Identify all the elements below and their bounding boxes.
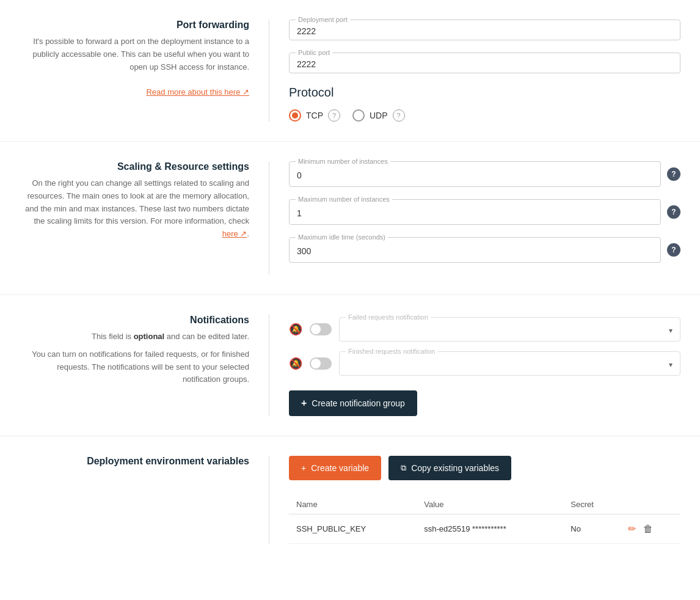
create-var-label: Create variable — [311, 463, 369, 473]
env-vars-right: + Create variable ⧉ Copy existing variab… — [269, 456, 700, 544]
protocol-section: Protocol TCP ? UDP ? — [289, 86, 680, 122]
col-secret: Secret — [563, 495, 620, 514]
env-row-value: ssh-ed25519 *********** — [417, 514, 563, 544]
port-forwarding-left: Port forwarding It's possible to forward… — [0, 20, 269, 122]
copy-vars-label: Copy existing variables — [411, 463, 499, 473]
public-port-input[interactable] — [297, 57, 673, 69]
env-row-secret: No — [563, 514, 620, 544]
min-instances-field: Minimum number of instances — [289, 161, 661, 187]
max-idle-time-input[interactable] — [290, 238, 636, 262]
col-actions — [621, 495, 680, 514]
copy-icon: ⧉ — [401, 463, 406, 473]
port-forwarding-right: Deployment port Public port Protocol — [269, 20, 700, 122]
max-idle-time-group: Maximum idle time (seconds) ? — [289, 237, 680, 263]
delete-icon[interactable]: 🗑 — [643, 524, 653, 535]
env-vars-title: Deployment environment variables — [20, 456, 249, 467]
col-name: Name — [289, 495, 417, 514]
port-forwarding-section: Port forwarding It's possible to forward… — [0, 0, 700, 142]
failed-dropdown-chevron: ▾ — [669, 326, 673, 335]
failed-dropdown-label: Failed requests notification — [346, 313, 431, 321]
finished-dropdown-label: Finished requests notification — [346, 348, 437, 355]
finished-notification-dropdown[interactable]: Finished requests notification ▾ — [339, 351, 680, 376]
failed-notification-row: 🔕 Failed requests notification ▾ — [289, 317, 680, 342]
max-instances-field: Maximum number of instances — [289, 199, 661, 225]
tcp-option[interactable]: TCP ? — [289, 109, 340, 122]
min-instances-input[interactable] — [290, 162, 636, 186]
copy-existing-variables-button[interactable]: ⧉ Copy existing variables — [388, 456, 511, 480]
deployment-port-label: Deployment port — [296, 16, 350, 23]
failed-toggle-knob — [311, 324, 321, 334]
max-idle-time-label: Maximum idle time (seconds) — [296, 233, 388, 241]
create-variable-button[interactable]: + Create variable — [289, 456, 381, 480]
create-var-plus-icon: + — [301, 463, 306, 473]
tcp-radio-inner — [292, 112, 298, 119]
failed-bell-icon: 🔕 — [289, 323, 302, 336]
public-port-group: Public port — [289, 53, 680, 73]
public-port-field: Public port — [289, 53, 680, 73]
notifications-desc2: You can turn on notifications for failed… — [20, 348, 249, 386]
table-row: SSH_PUBLIC_KEY ssh-ed25519 *********** N… — [289, 514, 680, 544]
env-row-name: SSH_PUBLIC_KEY — [289, 514, 417, 544]
max-instances-help[interactable]: ? — [667, 205, 680, 219]
finished-dropdown-chevron: ▾ — [669, 360, 673, 369]
notifications-title: Notifications — [20, 315, 249, 326]
notifications-section: Notifications This field is optional and… — [0, 295, 700, 436]
env-buttons-group: + Create variable ⧉ Copy existing variab… — [289, 456, 680, 480]
protocol-options: TCP ? UDP ? — [289, 109, 680, 122]
finished-toggle-knob — [311, 359, 321, 368]
deployment-port-group: Deployment port — [289, 20, 680, 40]
tcp-help-icon[interactable]: ? — [328, 109, 340, 122]
env-vars-table: Name Value Secret SSH_PUBLIC_KEY ssh-ed2… — [289, 495, 680, 544]
protocol-title: Protocol — [289, 86, 680, 100]
col-value: Value — [417, 495, 563, 514]
failed-dropdown-content: ▾ — [340, 318, 680, 341]
finished-dropdown-content: ▾ — [340, 352, 680, 375]
scaling-left: Scaling & Resource settings On the right… — [0, 161, 269, 275]
tcp-radio[interactable] — [289, 109, 301, 122]
udp-label: UDP — [370, 111, 388, 120]
notifications-left: Notifications This field is optional and… — [0, 315, 269, 416]
public-port-label: Public port — [296, 49, 332, 56]
scaling-title: Scaling & Resource settings — [20, 161, 249, 172]
min-instances-label: Minimum number of instances — [296, 158, 390, 165]
env-vars-header-row: Name Value Secret — [289, 495, 680, 514]
port-forwarding-title: Port forwarding — [20, 20, 249, 31]
scaling-section: Scaling & Resource settings On the right… — [0, 142, 700, 295]
create-notif-label: Create notification group — [312, 398, 405, 408]
finished-notification-row: 🔕 Finished requests notification ▾ — [289, 351, 680, 376]
max-instances-group: Maximum number of instances ? — [289, 199, 680, 225]
failed-notification-dropdown[interactable]: Failed requests notification ▾ — [339, 317, 680, 342]
failed-toggle[interactable] — [310, 323, 332, 335]
scaling-link[interactable]: here ↗ — [222, 229, 247, 238]
notifications-desc1: This field is optional and can be edited… — [20, 331, 249, 343]
env-vars-left: Deployment environment variables — [0, 456, 269, 544]
tcp-label: TCP — [306, 111, 323, 120]
create-notif-plus-icon: + — [301, 398, 307, 409]
env-row-actions: ✏ 🗑 — [621, 514, 680, 544]
max-instances-input[interactable] — [290, 200, 636, 224]
udp-option[interactable]: UDP ? — [352, 109, 405, 122]
max-idle-time-help[interactable]: ? — [667, 243, 680, 257]
finished-toggle[interactable] — [310, 357, 332, 370]
env-vars-table-body: SSH_PUBLIC_KEY ssh-ed25519 *********** N… — [289, 514, 680, 544]
notifications-right: 🔕 Failed requests notification ▾ 🔕 — [269, 315, 700, 416]
scaling-desc: On the right you can change all settings… — [20, 177, 249, 241]
min-instances-help[interactable]: ? — [667, 167, 680, 181]
udp-help-icon[interactable]: ? — [393, 109, 405, 122]
max-instances-label: Maximum number of instances — [296, 196, 392, 203]
finished-bell-icon: 🔕 — [289, 357, 302, 370]
edit-icon[interactable]: ✏ — [628, 523, 636, 535]
env-vars-table-head: Name Value Secret — [289, 495, 680, 514]
port-forwarding-desc: It's possible to forward a port on the d… — [20, 35, 249, 99]
port-forwarding-link[interactable]: Read more about this here ↗ — [146, 87, 249, 97]
create-notification-group-button[interactable]: + Create notification group — [289, 390, 417, 416]
env-vars-section: Deployment environment variables + Creat… — [0, 436, 700, 563]
scaling-right: Minimum number of instances ? Maximum nu… — [269, 161, 700, 275]
min-instances-group: Minimum number of instances ? — [289, 161, 680, 187]
max-idle-time-field: Maximum idle time (seconds) — [289, 237, 661, 263]
deployment-port-field: Deployment port — [289, 20, 680, 40]
udp-radio[interactable] — [352, 109, 365, 122]
deployment-port-input[interactable] — [297, 24, 673, 36]
